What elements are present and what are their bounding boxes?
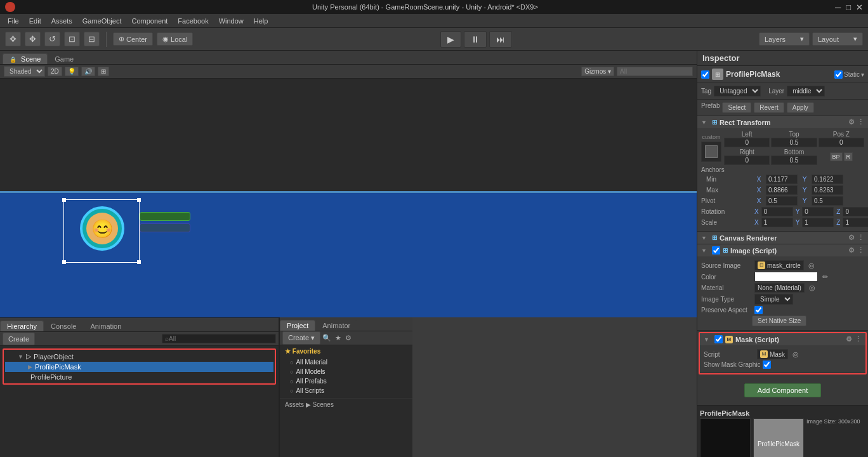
mask-script-header[interactable]: ▼ M Mask (Script) ⚙ ⋮	[700, 333, 865, 345]
hierarchy-create-btn[interactable]: Create	[3, 333, 35, 345]
color-picker-btn[interactable]: ✏	[820, 272, 830, 282]
object-active-checkbox[interactable]	[701, 70, 709, 79]
menu-window[interactable]: Window	[214, 16, 249, 26]
scale-z-input[interactable]	[843, 218, 868, 227]
menu-component[interactable]: Component	[126, 16, 173, 26]
color-swatch[interactable]	[754, 272, 818, 282]
select-button[interactable]: Select	[722, 102, 751, 113]
rot-z-input[interactable]	[843, 207, 868, 216]
right-input[interactable]	[724, 156, 770, 165]
layer-dropdown[interactable]: middle	[787, 86, 825, 96]
static-checkbox[interactable]	[834, 70, 843, 79]
canvas-renderer-settings-icon[interactable]: ⚙	[848, 234, 855, 242]
tool-hand[interactable]: ✥	[5, 32, 21, 46]
max-x-input[interactable]	[766, 185, 798, 195]
rot-x-input[interactable]	[761, 207, 793, 216]
tab-project[interactable]: Project	[280, 320, 315, 331]
tab-hierarchy[interactable]: Hierarchy	[0, 321, 44, 331]
tool-rotate[interactable]: ↺	[44, 32, 60, 46]
project-star-btn[interactable]: ★	[333, 333, 343, 343]
bottom-input[interactable]	[771, 156, 817, 165]
gizmos-button[interactable]: Gizmos ▾	[581, 67, 614, 76]
tool-move[interactable]: ✥	[25, 32, 41, 46]
left-input[interactable]	[724, 138, 770, 147]
top-input[interactable]	[771, 138, 817, 147]
material-picker[interactable]: ◎	[807, 283, 817, 293]
mask-script-more-icon[interactable]: ⋮	[855, 335, 862, 343]
max-y-input[interactable]	[812, 185, 843, 195]
all-scripts-item[interactable]: ○ All Scripts	[280, 386, 412, 395]
step-button[interactable]: ⏭	[489, 31, 512, 48]
menu-edit[interactable]: Edit	[24, 16, 46, 26]
all-material-item[interactable]: ○ All Material	[280, 357, 412, 367]
set-native-size-btn[interactable]: Set Native Size	[752, 315, 806, 326]
rot-y-input[interactable]	[802, 207, 834, 216]
script-picker[interactable]: ◎	[791, 350, 801, 359]
fx-button[interactable]: ⊞	[98, 67, 109, 76]
canvas-renderer-header[interactable]: ▼ ⊞ Canvas Renderer ⚙ ⋮	[697, 232, 868, 244]
maximize-button[interactable]: □	[846, 3, 851, 12]
tab-scene[interactable]: 🔒 Scene	[3, 53, 48, 64]
anchor-preset-btn[interactable]	[701, 142, 721, 162]
light-button[interactable]: 💡	[65, 67, 79, 76]
source-image-picker[interactable]: ◎	[806, 261, 817, 270]
all-prefabs-item[interactable]: ○ All Prefabs	[280, 376, 412, 386]
preserve-aspect-checkbox[interactable]	[754, 306, 763, 314]
hierarchy-item-profilepicture[interactable]: ProfilePicture	[5, 372, 273, 382]
min-x-input[interactable]	[766, 175, 798, 184]
pivot-y-input[interactable]	[812, 196, 843, 206]
tab-animation[interactable]: Animation	[83, 321, 128, 331]
hierarchy-search[interactable]	[162, 334, 276, 343]
project-search-btn[interactable]: 🔍	[320, 333, 333, 343]
scene-search[interactable]	[617, 67, 693, 76]
rect-transform-settings-icon[interactable]: ⚙	[848, 118, 855, 126]
show-mask-checkbox[interactable]	[763, 361, 771, 369]
bp-button[interactable]: BP	[830, 152, 843, 161]
hierarchy-item-profilepicmask[interactable]: ▶ ProfilePicMask	[5, 362, 273, 372]
tool-scale[interactable]: ⊡	[64, 32, 80, 46]
image-script-header[interactable]: ▼ ⊞ Image (Script) ⚙ ⋮	[697, 244, 868, 256]
menu-assets[interactable]: Assets	[46, 16, 77, 26]
layers-dropdown[interactable]: Layers ▾	[759, 32, 810, 46]
scale-x-input[interactable]	[761, 218, 793, 227]
rect-transform-more-icon[interactable]: ⋮	[857, 118, 864, 126]
shaded-dropdown[interactable]: Shaded	[4, 66, 45, 77]
mask-script-checkbox[interactable]	[714, 335, 723, 343]
2d-button[interactable]: 2D	[48, 67, 62, 76]
mask-script-settings-icon[interactable]: ⚙	[846, 335, 852, 343]
project-gear-btn[interactable]: ⚙	[343, 333, 353, 343]
image-script-settings-icon[interactable]: ⚙	[848, 246, 855, 255]
r-button[interactable]: R	[844, 152, 853, 161]
canvas-renderer-more-icon[interactable]: ⋮	[857, 234, 864, 242]
local-toggle[interactable]: ◉ Local	[157, 32, 193, 46]
image-script-more-icon[interactable]: ⋮	[857, 246, 864, 255]
posz-input[interactable]	[819, 138, 864, 147]
rect-transform-header[interactable]: ▼ ⊞ Rect Transform ⚙ ⋮	[697, 116, 868, 128]
layout-dropdown[interactable]: Layout ▾	[812, 32, 863, 46]
minimize-button[interactable]: ─	[835, 3, 841, 12]
menu-help[interactable]: Help	[249, 16, 273, 26]
close-button[interactable]: ✕	[856, 3, 863, 12]
pause-button[interactable]: ⏸	[464, 31, 487, 48]
menu-facebook[interactable]: Facebook	[173, 16, 213, 26]
min-y-input[interactable]	[812, 175, 843, 184]
image-type-dropdown[interactable]: Simple	[754, 294, 793, 305]
tag-dropdown[interactable]: Untagged	[714, 86, 761, 96]
scale-y-input[interactable]	[802, 218, 834, 227]
image-script-checkbox[interactable]	[712, 246, 720, 255]
tab-animator[interactable]: Animator	[315, 320, 357, 331]
hierarchy-item-playerobject[interactable]: ▼ ▷ PlayerObject	[5, 351, 273, 362]
all-models-item[interactable]: ○ All Models	[280, 367, 412, 376]
tab-game[interactable]: Game	[48, 53, 81, 64]
menu-gameobject[interactable]: GameObject	[77, 16, 127, 26]
apply-button[interactable]: Apply	[787, 102, 814, 113]
project-create-btn[interactable]: Create ▾	[282, 331, 320, 345]
tab-console[interactable]: Console	[44, 321, 83, 331]
add-component-btn[interactable]: Add Component	[744, 383, 822, 397]
audio-button[interactable]: 🔊	[81, 67, 95, 76]
menu-file[interactable]: File	[3, 16, 24, 26]
play-button[interactable]: ▶	[440, 31, 461, 48]
tool-rect[interactable]: ⊟	[84, 32, 100, 46]
center-toggle[interactable]: ⊕ Center	[113, 32, 153, 46]
revert-button[interactable]: Revert	[754, 102, 784, 113]
